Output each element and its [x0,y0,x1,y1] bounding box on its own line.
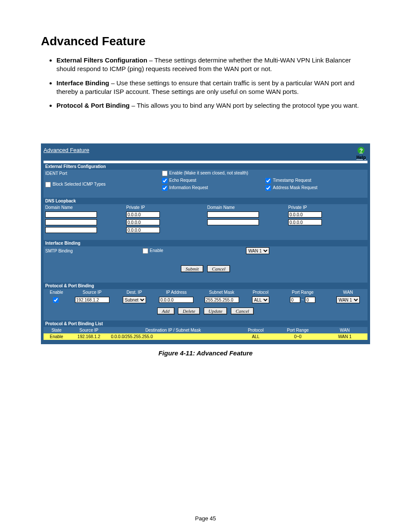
ppb-col-range: Port Range [277,289,328,296]
page-title: Advanced Feature [41,34,370,48]
ppb-enable-checkbox[interactable] [53,297,59,303]
ppb-col-proto: Protocol [244,289,277,296]
section-dns-loopback: DNS Loopback [44,198,367,204]
dns-private-input[interactable] [288,212,322,218]
figure-caption: Figure 4-11: Advanced Feature [41,349,370,357]
feature-item: Protocol & Port Binding – This allows yo… [56,101,370,110]
page-number: Page 45 [0,515,411,522]
dns-private-input[interactable] [126,219,160,225]
dns-domain-header-1: Domain Name [44,204,125,211]
ppb-col-ip: IP Address [154,289,199,296]
feature-list: External Filters Configuration – These s… [41,56,370,110]
list-col-state: State [44,327,69,333]
add-button[interactable]: Add [157,308,174,314]
ppb-wan-select[interactable]: WAN 1 [336,296,360,303]
ppb-col-dest: Dest. IP [115,289,153,296]
list-col-range: Port Range [274,327,322,333]
ident-enable-checkbox[interactable] [162,171,168,176]
ppb-col-mask: Subnet Mask [199,289,244,296]
dns-private-input[interactable] [126,227,160,233]
section-binding-list: Protocol & Port Binding List [44,320,367,327]
smtp-enable-checkbox[interactable] [143,248,148,254]
dns-domain-header-2: Domain Name [206,204,286,211]
ppb-dest-select[interactable]: Subnet [123,296,146,303]
ppb-ip-input[interactable] [159,297,193,303]
info-request-checkbox[interactable] [162,185,168,191]
ppb-proto-select[interactable]: ALL [252,296,269,303]
screenshot-panel: Advanced Feature ? Help External Filters… [41,143,370,344]
dns-domain-input[interactable] [45,227,97,233]
smtp-binding-label: SMTP Binding [44,246,141,255]
dns-domain-input[interactable] [45,212,97,218]
dns-domain-input[interactable] [207,212,259,218]
section-external-filters: External Filters Configuration [44,163,367,170]
ident-port-label: IDENT Port [44,170,160,177]
dns-private-input[interactable] [288,219,322,225]
dns-domain-input[interactable] [207,219,259,225]
timestamp-request-checkbox[interactable] [265,178,271,184]
dns-domain-input[interactable] [45,219,97,225]
block-icmp-checkbox[interactable] [45,182,51,187]
submit-button[interactable]: Submit [181,265,204,272]
help-button[interactable]: ? Help [356,147,366,160]
echo-request-checkbox[interactable] [162,178,168,184]
section-protocol-port-binding: Protocol & Port Binding [44,283,367,289]
smtp-wan-select[interactable]: WAN 1 [246,247,269,254]
ppb-range-to[interactable] [305,297,315,303]
delete-button[interactable]: Delete [178,308,200,314]
feature-item: External Filters Configuration – These s… [56,56,370,74]
panel-title-bar: Advanced Feature ? Help [44,146,367,161]
feature-item: Interface Binding – Use these settings t… [56,79,370,96]
list-col-src: Source IP [69,327,108,333]
question-icon: ? [358,147,364,154]
ppb-col-src: Source IP [69,289,115,296]
cancel-button-2[interactable]: Cancel [231,308,254,314]
panel-title: Advanced Feature [44,147,89,153]
ppb-range-from[interactable] [290,297,300,303]
section-interface-binding: Interface Binding [44,240,367,246]
dns-private-header-1: Private IP [125,204,206,211]
ppb-col-enable: Enable [44,289,69,296]
dns-private-header-2: Private IP [286,204,367,211]
ppb-src-input[interactable] [75,297,109,303]
list-row[interactable]: Enable 192.168.1.2 0.0.0.0/255.255.255.0… [44,333,367,340]
list-col-wan: WAN [322,327,367,333]
list-col-dest: Destination IP / Subnet Mask [108,327,238,333]
ppb-mask-input[interactable] [205,297,239,303]
list-col-proto: Protocol [238,327,274,333]
dns-private-input[interactable] [126,212,160,218]
address-mask-checkbox[interactable] [265,185,271,191]
update-button[interactable]: Update [204,308,227,314]
ppb-col-wan: WAN [329,289,367,296]
cancel-button[interactable]: Cancel [207,265,230,272]
